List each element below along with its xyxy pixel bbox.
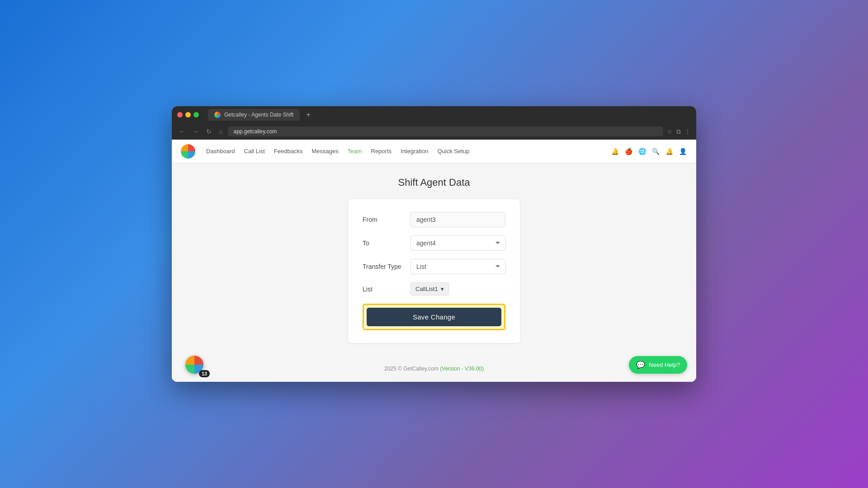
user-icon[interactable]: 👤 [678,147,687,156]
list-label: List [363,286,403,293]
app-logo [181,144,195,159]
nav-team[interactable]: Team [348,148,362,155]
transfer-type-group: Transfer Type List All [363,259,505,274]
extension-icon[interactable]: ⧉ [676,128,681,136]
transfer-type-label: Transfer Type [363,263,403,270]
nav-feedbacks[interactable]: Feedbacks [274,148,303,155]
notification-icon[interactable]: 🔔 [610,147,619,156]
nav-reports[interactable]: Reports [371,148,392,155]
save-change-button[interactable]: Save Change [367,308,501,326]
bookmark-icon[interactable]: ☆ [667,128,673,136]
need-help-button[interactable]: 💬 Need Help? [629,356,687,374]
from-group: From [363,212,505,227]
whatsapp-icon: 💬 [636,361,645,369]
traffic-lights [177,112,199,117]
footer-version-link[interactable]: (Version - V36.00) [440,366,484,372]
browser-toolbar-icons: ☆ ⧉ ⋮ [667,128,691,136]
address-input[interactable] [228,127,663,136]
save-button-wrapper: Save Change [363,304,505,330]
title-bar: Getcalley - Agents Date Shift + [172,106,696,123]
nav-integration[interactable]: Integration [401,148,428,155]
tab-bar: Getcalley - Agents Date Shift + [208,109,691,121]
to-label: To [363,239,403,247]
apple-icon[interactable]: 🍎 [624,147,633,156]
close-button[interactable] [177,112,183,117]
refresh-button[interactable]: ↻ [204,127,213,136]
tab-title: Getcalley - Agents Date Shift [224,112,293,118]
forward-button[interactable]: → [191,127,201,136]
notification-count-badge: 13 [199,370,210,377]
active-tab[interactable]: Getcalley - Agents Date Shift [208,109,300,121]
footer-text: 2025 © GetCalley.com [384,366,440,372]
bell-icon[interactable]: 🔔 [665,147,674,156]
transfer-type-select[interactable]: List All [410,259,505,274]
to-group: To agent4 agent1 agent2 [363,235,505,251]
list-group: List CallList1 ▾ [363,282,505,296]
globe-icon[interactable]: 🌐 [637,147,646,156]
minimize-button[interactable] [185,112,191,117]
back-button[interactable]: ← [177,127,187,136]
app-navbar: Dashboard Call List Feedbacks Messages T… [172,140,696,163]
nav-dashboard[interactable]: Dashboard [206,148,235,155]
main-content: Shift Agent Data From To agent4 agent1 a… [172,163,696,382]
form-card: From To agent4 agent1 agent2 Transfer Ty… [348,199,520,343]
nav-right-icons: 🔔 🍎 🌐 🔍 🔔 👤 [610,147,687,156]
maximize-button[interactable] [193,112,199,117]
list-value: CallList1 [415,286,438,292]
footer: 2025 © GetCalley.com (Version - V36.00) [379,360,489,377]
address-bar: ← → ↻ ⌂ ☆ ⧉ ⋮ [172,123,696,140]
list-badge[interactable]: CallList1 ▾ [410,282,449,296]
need-help-label: Need Help? [649,361,680,368]
to-select[interactable]: agent4 agent1 agent2 [410,235,505,251]
nav-call-list[interactable]: Call List [244,148,265,155]
list-dropdown-icon: ▾ [441,286,444,292]
home-button[interactable]: ⌂ [217,127,224,136]
from-label: From [363,216,403,223]
nav-links: Dashboard Call List Feedbacks Messages T… [206,148,599,155]
from-input[interactable] [410,212,505,227]
search-icon[interactable]: 🔍 [651,147,660,156]
tab-favicon [214,112,221,118]
new-tab-button[interactable]: + [302,109,314,121]
browser-window: Getcalley - Agents Date Shift + ← → ↻ ⌂ … [172,106,696,382]
nav-messages[interactable]: Messages [311,148,338,155]
list-select-wrapper: CallList1 ▾ [410,282,505,296]
page-title: Shift Agent Data [398,177,470,188]
nav-quick-setup[interactable]: Quick Setup [437,148,469,155]
menu-icon[interactable]: ⋮ [684,128,691,136]
